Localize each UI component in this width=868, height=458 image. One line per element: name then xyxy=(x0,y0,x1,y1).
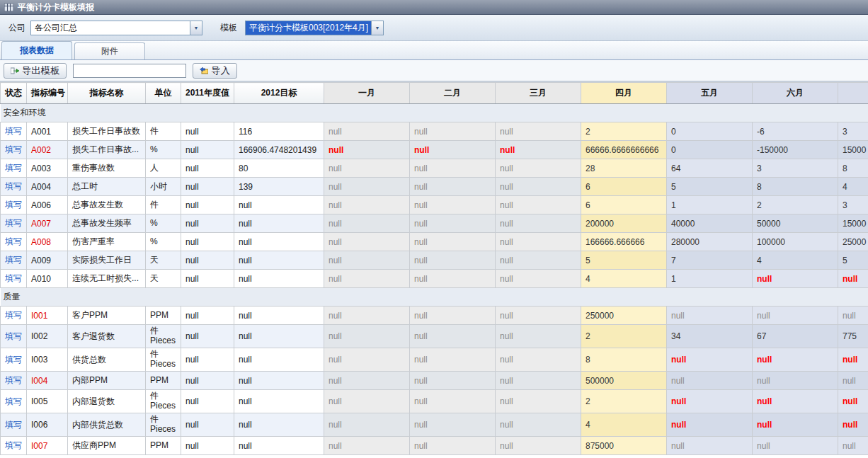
month-value-cell[interactable]: 250000 xyxy=(581,307,667,325)
month-value-cell[interactable]: null xyxy=(496,307,581,325)
month-value-cell[interactable]: null xyxy=(410,307,496,325)
month-value-cell[interactable]: null xyxy=(410,372,496,390)
month-value-cell[interactable]: null xyxy=(667,413,753,437)
fill-in-link[interactable]: 填写 xyxy=(5,144,22,154)
month-value-cell[interactable]: 6 xyxy=(581,196,667,214)
month-value-cell[interactable]: 3 xyxy=(838,196,868,214)
month-value-cell[interactable]: null xyxy=(667,372,753,390)
month-value-cell[interactable]: 34 xyxy=(667,325,753,348)
month-value-cell[interactable]: 4 xyxy=(753,251,838,270)
month-value-cell[interactable]: null xyxy=(324,141,410,159)
month-value-cell[interactable]: 0 xyxy=(667,122,753,141)
month-value-cell[interactable]: null xyxy=(324,413,410,437)
month-value-cell[interactable]: 67 xyxy=(753,325,838,348)
month-value-cell[interactable]: null xyxy=(410,141,496,159)
month-value-cell[interactable]: null xyxy=(410,251,496,270)
month-value-cell[interactable]: null xyxy=(324,390,410,413)
fill-in-link[interactable]: 填写 xyxy=(5,200,22,210)
month-value-cell[interactable]: null xyxy=(324,307,410,325)
fill-in-link[interactable]: 填写 xyxy=(5,273,22,283)
month-value-cell[interactable]: -150000 xyxy=(753,141,838,159)
month-value-cell[interactable]: null xyxy=(667,348,753,372)
month-value-cell[interactable]: null xyxy=(496,251,581,270)
month-value-cell[interactable]: 3 xyxy=(838,122,868,141)
fill-in-link[interactable]: 填写 xyxy=(5,163,22,173)
month-value-cell[interactable]: null xyxy=(324,196,410,214)
fill-in-link[interactable]: 填写 xyxy=(5,218,22,228)
month-value-cell[interactable]: null xyxy=(496,196,581,214)
month-value-cell[interactable]: null xyxy=(496,214,581,233)
month-value-cell[interactable]: 1 xyxy=(667,270,753,288)
month-value-cell[interactable]: null xyxy=(496,159,581,178)
fill-in-link[interactable]: 填写 xyxy=(5,181,22,191)
month-value-cell[interactable]: null xyxy=(667,437,753,455)
month-value-cell[interactable]: 6 xyxy=(581,178,667,196)
month-value-cell[interactable]: null xyxy=(753,307,838,325)
month-value-cell[interactable]: null xyxy=(410,233,496,251)
month-value-cell[interactable]: null xyxy=(838,307,868,325)
month-value-cell[interactable]: null xyxy=(324,251,410,270)
month-value-cell[interactable]: null xyxy=(410,348,496,372)
month-value-cell[interactable]: null xyxy=(496,437,581,455)
month-value-cell[interactable]: null xyxy=(324,178,410,196)
month-value-cell[interactable]: 25000 xyxy=(838,233,868,251)
month-value-cell[interactable]: 8 xyxy=(753,178,838,196)
month-value-cell[interactable]: 2 xyxy=(581,122,667,141)
month-value-cell[interactable]: null xyxy=(410,214,496,233)
month-value-cell[interactable]: null xyxy=(410,437,496,455)
month-value-cell[interactable]: null xyxy=(753,372,838,390)
month-value-cell[interactable]: -6 xyxy=(753,122,838,141)
company-select[interactable]: 各公司汇总 ▼ xyxy=(30,21,202,35)
month-value-cell[interactable]: 1 xyxy=(667,196,753,214)
month-value-cell[interactable]: null xyxy=(838,348,868,372)
fill-in-link[interactable]: 填写 xyxy=(5,396,22,406)
month-value-cell[interactable]: 3 xyxy=(753,159,838,178)
month-value-cell[interactable]: 5 xyxy=(838,251,868,270)
month-value-cell[interactable]: 7 xyxy=(667,251,753,270)
month-value-cell[interactable]: 775 xyxy=(838,325,868,348)
chevron-down-icon[interactable]: ▼ xyxy=(371,21,383,35)
month-value-cell[interactable]: null xyxy=(753,348,838,372)
chevron-down-icon[interactable]: ▼ xyxy=(190,21,202,35)
month-value-cell[interactable]: 0 xyxy=(667,141,753,159)
month-value-cell[interactable]: 15000 xyxy=(838,141,868,159)
month-value-cell[interactable]: null xyxy=(410,270,496,288)
fill-in-link[interactable]: 填写 xyxy=(5,375,22,385)
month-value-cell[interactable]: 4 xyxy=(838,178,868,196)
month-value-cell[interactable]: null xyxy=(753,437,838,455)
fill-in-link[interactable]: 填写 xyxy=(5,420,22,430)
month-value-cell[interactable]: null xyxy=(496,413,581,437)
tab-attachments[interactable]: 附件 xyxy=(74,42,145,59)
fill-in-link[interactable]: 填写 xyxy=(5,255,22,265)
fill-in-link[interactable]: 填写 xyxy=(5,331,22,341)
tab-report-data[interactable]: 报表数据 xyxy=(1,41,72,59)
month-value-cell[interactable]: 66666.6666666666 xyxy=(581,141,667,159)
month-value-cell[interactable]: 4 xyxy=(581,413,667,437)
month-value-cell[interactable]: 15000 xyxy=(838,214,868,233)
month-value-cell[interactable]: null xyxy=(838,437,868,455)
month-value-cell[interactable]: null xyxy=(667,307,753,325)
month-value-cell[interactable]: null xyxy=(496,372,581,390)
month-value-cell[interactable]: null xyxy=(667,390,753,413)
month-value-cell[interactable]: null xyxy=(324,270,410,288)
month-value-cell[interactable]: null xyxy=(838,390,868,413)
month-value-cell[interactable]: 8 xyxy=(838,159,868,178)
month-value-cell[interactable]: null xyxy=(324,159,410,178)
import-file-input[interactable] xyxy=(73,64,186,78)
month-value-cell[interactable]: null xyxy=(324,348,410,372)
month-value-cell[interactable]: null xyxy=(753,270,838,288)
month-value-cell[interactable]: null xyxy=(410,325,496,348)
export-template-button[interactable]: 导出模板 xyxy=(4,63,67,79)
month-value-cell[interactable]: null xyxy=(324,437,410,455)
month-value-cell[interactable]: null xyxy=(753,390,838,413)
month-value-cell[interactable]: 5 xyxy=(667,178,753,196)
month-value-cell[interactable]: null xyxy=(496,325,581,348)
fill-in-link[interactable]: 填写 xyxy=(5,126,22,136)
month-value-cell[interactable]: null xyxy=(324,214,410,233)
month-value-cell[interactable]: null xyxy=(324,122,410,141)
template-select[interactable]: 平衡计分卡模板003[2012年4月] ▼ xyxy=(245,21,384,35)
month-value-cell[interactable]: 875000 xyxy=(581,437,667,455)
month-value-cell[interactable]: null xyxy=(410,390,496,413)
month-value-cell[interactable]: null xyxy=(410,178,496,196)
month-value-cell[interactable]: 2 xyxy=(581,390,667,413)
